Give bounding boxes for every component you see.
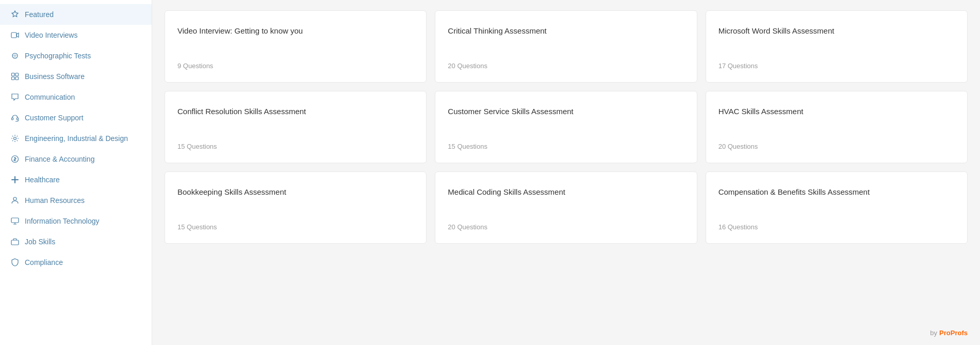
brand-pro: Pro [939, 329, 951, 337]
chat-icon [10, 92, 20, 102]
svg-rect-4 [12, 77, 15, 80]
sidebar-item-compliance[interactable]: Compliance [0, 252, 152, 273]
card-questions: 20 Questions [448, 62, 684, 70]
sidebar-item-psychographic-tests[interactable]: Psychographic Tests [0, 45, 152, 66]
proprofs-brand: ProProfs [939, 329, 968, 337]
brand-profs: Profs [951, 329, 968, 337]
sidebar-item-business-software[interactable]: Business Software [0, 66, 152, 87]
sidebar-label-business-software: Business Software [25, 72, 85, 81]
sidebar-label-engineering: Engineering, Industrial & Design [25, 134, 128, 143]
card-questions: 15 Questions [177, 143, 414, 150]
sidebar-item-finance[interactable]: Finance & Accounting [0, 149, 152, 169]
card-title: Video Interview: Getting to know you [177, 25, 414, 36]
sidebar-label-featured: Featured [25, 10, 54, 19]
svg-point-8 [14, 137, 17, 140]
proprofs-footer: by ProProfs [930, 329, 968, 337]
svg-rect-3 [15, 73, 19, 76]
main-content: Video Interview: Getting to know you9 Qu… [152, 0, 980, 345]
svg-rect-0 [11, 33, 17, 38]
sidebar-label-job-skills: Job Skills [25, 238, 55, 246]
assessment-card-card-5[interactable]: Customer Service Skills Assessment15 Que… [435, 91, 697, 163]
sidebar-label-customer-support: Customer Support [25, 114, 84, 122]
sidebar-label-compliance: Compliance [25, 258, 63, 266]
assessment-card-card-8[interactable]: Medical Coding Skills Assessment20 Quest… [435, 171, 697, 244]
assessment-card-card-6[interactable]: HVAC Skills Assessment20 Questions [706, 91, 968, 163]
grid-icon [10, 72, 20, 81]
card-title: Bookkeeping Skills Assessment [177, 186, 414, 197]
gear-icon [10, 134, 20, 143]
card-questions: 9 Questions [177, 62, 414, 70]
card-title: Compensation & Benefits Skills Assessmen… [718, 186, 955, 197]
card-title: Conflict Resolution Skills Assessment [177, 106, 414, 117]
sidebar-label-video-interviews: Video Interviews [25, 31, 77, 39]
assessment-card-card-7[interactable]: Bookkeeping Skills Assessment15 Question… [165, 171, 427, 244]
card-title: Medical Coding Skills Assessment [448, 186, 684, 197]
cards-grid: Video Interview: Getting to know you9 Qu… [165, 10, 968, 244]
card-title: Critical Thinking Assessment [448, 25, 684, 36]
svg-rect-5 [15, 77, 19, 80]
svg-rect-2 [12, 73, 15, 76]
card-questions: 15 Questions [177, 223, 414, 231]
card-questions: 15 Questions [448, 143, 684, 150]
person-icon [10, 196, 20, 205]
sidebar-item-information-technology[interactable]: Information Technology [0, 211, 152, 231]
assessment-card-card-2[interactable]: Critical Thinking Assessment20 Questions [435, 10, 697, 83]
card-title: HVAC Skills Assessment [718, 106, 955, 117]
brain-icon [10, 51, 20, 60]
sidebar-label-information-technology: Information Technology [25, 217, 100, 225]
svg-rect-11 [11, 218, 19, 223]
card-title: Customer Service Skills Assessment [448, 106, 684, 117]
sidebar-item-communication[interactable]: Communication [0, 87, 152, 107]
shield-icon [10, 258, 20, 267]
card-questions: 17 Questions [718, 62, 955, 70]
sidebar-label-communication: Communication [25, 93, 75, 101]
sidebar-item-featured[interactable]: Featured [0, 4, 152, 25]
assessment-card-card-4[interactable]: Conflict Resolution Skills Assessment15 … [165, 91, 427, 163]
sidebar-label-healthcare: Healthcare [25, 176, 60, 184]
sidebar-item-healthcare[interactable]: Healthcare [0, 169, 152, 190]
card-title: Microsoft Word Skills Assessment [718, 25, 955, 36]
card-questions: 20 Questions [718, 143, 955, 150]
sidebar-item-engineering[interactable]: Engineering, Industrial & Design [0, 128, 152, 149]
sidebar-item-human-resources[interactable]: Human Resources [0, 190, 152, 211]
sidebar-item-video-interviews[interactable]: Video Interviews [0, 25, 152, 45]
card-questions: 20 Questions [448, 223, 684, 231]
svg-point-10 [13, 197, 17, 200]
svg-rect-6 [12, 118, 13, 120]
computer-icon [10, 216, 20, 226]
card-questions: 16 Questions [718, 223, 955, 231]
svg-rect-12 [11, 240, 19, 245]
footer-by: by [930, 329, 937, 337]
headset-icon [10, 113, 20, 122]
assessment-card-card-1[interactable]: Video Interview: Getting to know you9 Qu… [165, 10, 427, 83]
sidebar-label-human-resources: Human Resources [25, 196, 85, 205]
briefcase-icon [10, 237, 20, 246]
sidebar-label-psychographic-tests: Psychographic Tests [25, 52, 91, 60]
dollar-icon [10, 154, 20, 164]
video-icon [10, 30, 20, 40]
svg-rect-7 [17, 118, 19, 120]
sidebar-label-finance: Finance & Accounting [25, 155, 94, 163]
star-icon [10, 10, 20, 19]
assessment-card-card-9[interactable]: Compensation & Benefits Skills Assessmen… [706, 171, 968, 244]
cross-icon [10, 175, 20, 184]
sidebar-item-job-skills[interactable]: Job Skills [0, 231, 152, 252]
sidebar: Featured Video Interviews Psychographic … [0, 0, 152, 345]
assessment-card-card-3[interactable]: Microsoft Word Skills Assessment17 Quest… [706, 10, 968, 83]
sidebar-item-customer-support[interactable]: Customer Support [0, 107, 152, 128]
